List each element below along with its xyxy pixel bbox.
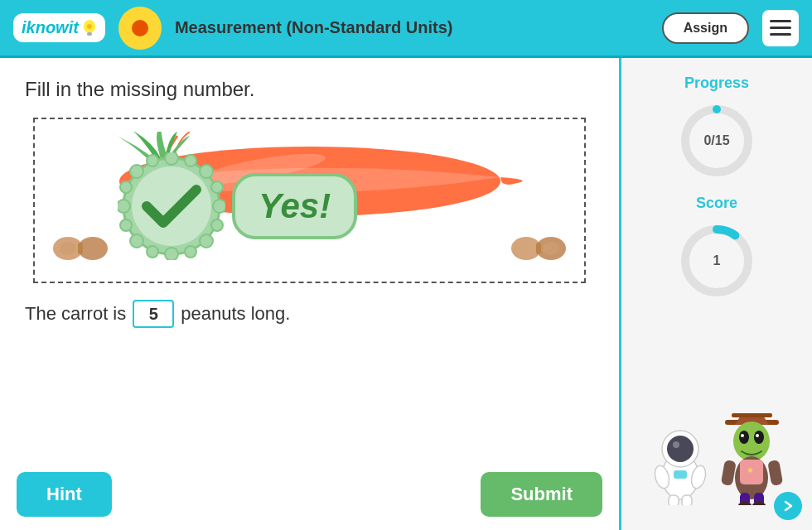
next-arrow-icon xyxy=(781,499,795,513)
svg-point-18 xyxy=(130,165,143,178)
logo: iknowit xyxy=(13,13,105,42)
svg-rect-45 xyxy=(732,413,772,417)
header: iknowit Measurement (Non-Standard Units)… xyxy=(0,0,812,58)
astronaut-character xyxy=(647,414,713,505)
lesson-title: Measurement (Non-Standard Units) xyxy=(175,18,649,37)
svg-point-25 xyxy=(211,181,223,193)
svg-point-15 xyxy=(165,248,178,260)
check-badge xyxy=(118,152,225,260)
svg-point-48 xyxy=(754,431,764,444)
progress-label: Progress xyxy=(684,75,749,92)
yes-banner: Yes! xyxy=(232,173,357,239)
yes-label: Yes! xyxy=(259,186,331,225)
right-panel: Progress 0/15 Score 1 xyxy=(621,58,812,530)
submit-button[interactable]: Submit xyxy=(481,472,602,517)
svg-rect-43 xyxy=(674,470,687,479)
svg-rect-1 xyxy=(87,32,92,36)
svg-rect-11 xyxy=(536,243,541,254)
score-label: Score xyxy=(696,195,737,212)
peanut-right xyxy=(510,228,568,269)
svg-point-17 xyxy=(213,200,225,213)
svg-rect-53 xyxy=(720,460,736,486)
bottom-bar: Hint Submit xyxy=(17,472,602,517)
svg-point-8 xyxy=(60,242,76,255)
main-content: Fill in the missing number. xyxy=(0,58,812,530)
sentence-before: The carrot is xyxy=(25,303,126,325)
svg-point-12 xyxy=(543,242,559,255)
svg-point-16 xyxy=(118,200,130,213)
lesson-icon-inner xyxy=(132,20,148,36)
logo-text: iknowit xyxy=(22,18,79,37)
progress-circle: 0/15 xyxy=(679,104,754,178)
svg-point-47 xyxy=(739,431,749,444)
svg-point-50 xyxy=(756,434,759,437)
lesson-icon xyxy=(118,7,162,50)
svg-point-37 xyxy=(667,436,694,462)
hint-button[interactable]: Hint xyxy=(17,472,112,517)
score-value: 1 xyxy=(713,253,721,268)
svg-rect-7 xyxy=(78,243,83,254)
svg-point-2 xyxy=(87,24,92,29)
svg-point-22 xyxy=(147,155,158,166)
svg-point-21 xyxy=(200,234,213,248)
svg-point-28 xyxy=(147,246,158,258)
svg-point-14 xyxy=(165,152,178,165)
svg-point-23 xyxy=(185,155,196,166)
svg-point-49 xyxy=(741,434,744,437)
menu-button[interactable] xyxy=(762,10,799,46)
svg-point-20 xyxy=(130,234,143,248)
hamburger-line xyxy=(770,33,791,36)
image-area: Yes! xyxy=(33,118,586,283)
sentence-after: peanuts long. xyxy=(181,303,290,325)
svg-rect-41 xyxy=(669,495,679,505)
yes-overlay: Yes! xyxy=(118,152,357,260)
progress-value: 0/15 xyxy=(703,133,729,148)
score-circle: 1 xyxy=(679,224,754,298)
svg-point-29 xyxy=(185,246,196,258)
hamburger-line xyxy=(770,20,791,22)
svg-text:★: ★ xyxy=(747,465,754,475)
peanut-left xyxy=(51,228,109,269)
next-arrow-button[interactable] xyxy=(774,492,802,520)
svg-point-27 xyxy=(211,219,223,231)
svg-point-19 xyxy=(200,165,213,178)
svg-point-38 xyxy=(673,441,679,448)
assign-button[interactable]: Assign xyxy=(662,12,749,44)
answer-input[interactable] xyxy=(133,300,174,328)
alien-cowboy-character: ★ xyxy=(717,410,787,505)
characters-area: ★ xyxy=(635,410,799,513)
svg-rect-42 xyxy=(682,495,692,505)
answer-row: The carrot is peanuts long. xyxy=(25,300,594,328)
svg-point-60 xyxy=(781,499,795,513)
svg-rect-54 xyxy=(767,460,783,486)
left-panel: Fill in the missing number. xyxy=(0,58,621,530)
svg-point-26 xyxy=(120,219,132,231)
hamburger-line xyxy=(770,26,791,29)
bulb-icon xyxy=(82,19,97,37)
svg-point-24 xyxy=(120,181,132,193)
question-prompt: Fill in the missing number. xyxy=(25,78,594,101)
